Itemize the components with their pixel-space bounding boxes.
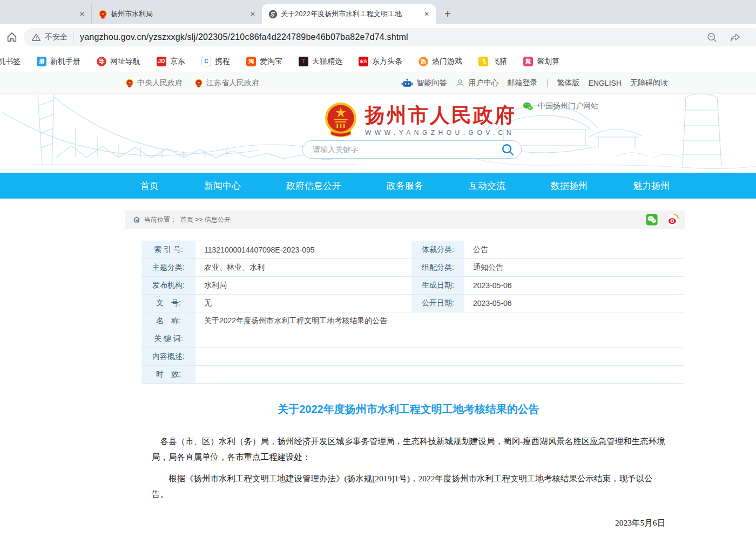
omnibox-divider	[73, 32, 73, 42]
wechat-share-icon[interactable]	[646, 214, 658, 226]
tab-close-icon[interactable]: ✕	[422, 9, 431, 19]
meta-label: 公开日期:	[410, 295, 465, 312]
nav-item-data[interactable]: 数据扬州	[551, 180, 588, 192]
meta-value: 水利局	[197, 277, 410, 294]
table-row: 文 号: 无 公开日期: 2023-05-06	[141, 295, 684, 312]
bookmark-item[interactable]: 册 新机手册	[37, 57, 80, 66]
bookmark-label: 聚划算	[537, 57, 559, 66]
article-body: 关于2022年度扬州市水利工程文明工地考核结果的公告 各县（市、区）水利（务）局…	[125, 402, 685, 538]
bookmark-item[interactable]: 东方 东方头条	[359, 57, 402, 66]
meta-value: 农业、林业、水利	[197, 259, 410, 276]
search-icon[interactable]	[501, 142, 515, 156]
meta-label: 文 号:	[141, 295, 197, 312]
share-icon[interactable]	[730, 32, 741, 43]
table-row: 索 引 号: 11321000014407098E-2023-095 体裁分类:…	[141, 241, 684, 259]
meta-label: 组配分类:	[410, 259, 465, 276]
browser-window: ✕ ★ 扬州市水利局 ✕ 关于2022年度扬州市水利工程文明工地 ✕ +	[0, 0, 756, 538]
site-name: 扬州市人民政府	[365, 104, 516, 127]
article-paragraph: 各县（市、区）水利（务）局，扬州经济开发区城乡事务管理局，生态科技新城规划建设局…	[152, 434, 665, 465]
tab-2[interactable]: ★ 扬州市水利局 ✕	[92, 4, 262, 24]
svg-text:★: ★	[197, 80, 200, 84]
link-jiangsu-gov[interactable]: ★ 江苏省人民政府	[194, 78, 259, 88]
home-icon	[6, 31, 18, 43]
bookmark-label: 新机手册	[50, 57, 80, 66]
bookmark-label: 京东	[170, 57, 185, 66]
bookmark-favicon: 导	[97, 57, 106, 66]
security-label: 不安全	[45, 32, 68, 42]
tab-3-active[interactable]: 关于2022年度扬州市水利工程文明工地 ✕	[262, 4, 436, 24]
bookmark-label: 携程	[215, 57, 230, 66]
bookmark-item[interactable]: 机书签	[0, 57, 21, 66]
bookmarks-bar: 机书签 册 新机手册 导 网址导航 JD 京东 C 携程 淘 爱淘宝 T 天猫精…	[0, 51, 756, 72]
site-banner: 扬州市人民政府 WWW.YANGZHOU.GOV.CN 中国扬州门户网站	[0, 94, 756, 173]
bookmark-label: 天猫精选	[312, 57, 342, 66]
browser-tab-strip: ✕ ★ 扬州市水利局 ✕ 关于2022年度扬州市水利工程文明工地 ✕ +	[0, 0, 756, 24]
bookmark-item[interactable]: T 天猫精选	[299, 57, 342, 66]
portal-link[interactable]: 中国扬州门户网站	[523, 101, 598, 111]
nav-item-services[interactable]: 政务服务	[387, 180, 423, 192]
table-row: 发布机构: 水利局 生成日期: 2023-05-06	[141, 277, 684, 295]
home-button[interactable]	[0, 31, 24, 43]
bookmark-item[interactable]: 热 热门游戏	[418, 57, 462, 66]
link-central-gov[interactable]: ★ 中央人民政府	[125, 78, 183, 88]
meta-value: 通知公告	[465, 259, 684, 276]
bookmark-item[interactable]: 淘 爱淘宝	[246, 57, 282, 66]
tab-close-icon[interactable]: ✕	[248, 9, 258, 19]
nav-item-interaction[interactable]: 互动交流	[469, 180, 505, 192]
site-logo[interactable]: 扬州市人民政府 WWW.YANGZHOU.GOV.CN	[324, 101, 516, 139]
bookmark-item[interactable]: 飞 飞猪	[478, 57, 507, 66]
nav-item-charm[interactable]: 魅力扬州	[633, 180, 670, 192]
bookmark-item[interactable]: JD 京东	[157, 57, 185, 66]
bookmark-favicon: 聚	[523, 57, 533, 66]
nav-item-info-disclosure[interactable]: 政府信息公开	[286, 180, 341, 192]
url-text[interactable]: yangzhou.gov.cn/yzszxxgk/slj/202305/210c…	[80, 32, 706, 42]
wechat-icon	[523, 101, 534, 111]
link-traditional[interactable]: 繁体版	[557, 78, 580, 88]
link-user-center[interactable]: 用户中心	[455, 78, 498, 88]
national-emblem-logo	[324, 101, 357, 139]
search-input[interactable]	[313, 145, 501, 154]
meta-value: 2023-05-06	[465, 295, 684, 312]
table-row: 主题分类: 农业、林业、水利 组配分类: 通知公告	[141, 259, 684, 277]
meta-label: 体裁分类:	[410, 241, 465, 258]
bookmark-item[interactable]: 导 网址导航	[97, 57, 140, 66]
bookmark-label: 热门游戏	[432, 57, 462, 66]
bookmark-favicon: 册	[37, 57, 46, 66]
link-accessible[interactable]: 无障碍阅读	[630, 78, 668, 88]
new-tab-button[interactable]: +	[440, 6, 455, 22]
gov-top-strip: ★ 中央人民政府 ★ 江苏省人民政府	[0, 72, 756, 94]
tab-1[interactable]: ✕	[0, 4, 92, 24]
link-english[interactable]: ENGLISH	[589, 79, 622, 87]
link-smart-qa[interactable]: 智能问答	[401, 78, 447, 88]
bookmark-favicon: C	[201, 57, 211, 66]
url-omnibox[interactable]: 不安全 yangzhou.gov.cn/yzszxxgk/slj/202305/…	[24, 28, 756, 46]
meta-label: 主题分类:	[141, 259, 197, 276]
bridge-sketch-decoration	[0, 94, 356, 173]
bookmark-label: 网址导航	[110, 57, 140, 66]
bookmark-item[interactable]: C 携程	[201, 57, 230, 66]
link-mail-login[interactable]: 邮箱登录	[507, 78, 537, 88]
bookmark-label: 机书签	[0, 57, 21, 66]
article-paragraph: 根据《扬州市水利工程文明工地建设管理办法》(扬水规[2019]1号)，2022年…	[152, 471, 665, 502]
article-title: 关于2022年度扬州市水利工程文明工地考核结果的公告	[152, 402, 665, 417]
table-row: 名 称: 关于2022年度扬州市水利工程文明工地考核结果的公告	[141, 312, 684, 330]
table-row: 时 效:	[141, 366, 684, 384]
meta-label: 生成日期:	[410, 277, 465, 294]
bookmark-favicon: 东方	[359, 57, 368, 66]
link-label: 中央人民政府	[137, 78, 183, 88]
tab-close-icon[interactable]: ✕	[77, 9, 87, 19]
article-date: 2023年5月6日	[152, 517, 665, 529]
zoom-out-icon[interactable]	[706, 32, 718, 43]
divider: |	[546, 78, 548, 88]
bookmark-favicon: JD	[157, 57, 166, 66]
nav-item-home[interactable]: 首页	[140, 180, 159, 192]
nav-item-news[interactable]: 新闻中心	[204, 180, 241, 192]
bookmark-item[interactable]: 聚 聚划算	[523, 57, 559, 66]
meta-label: 时 效:	[141, 366, 197, 383]
weibo-share-icon[interactable]	[666, 213, 679, 226]
meta-value	[197, 348, 684, 365]
breadcrumb-path[interactable]: 首页 >> 信息公开	[180, 215, 231, 224]
site-search	[302, 140, 522, 159]
meta-value	[197, 366, 684, 383]
bookmark-favicon: 淘	[246, 57, 256, 66]
